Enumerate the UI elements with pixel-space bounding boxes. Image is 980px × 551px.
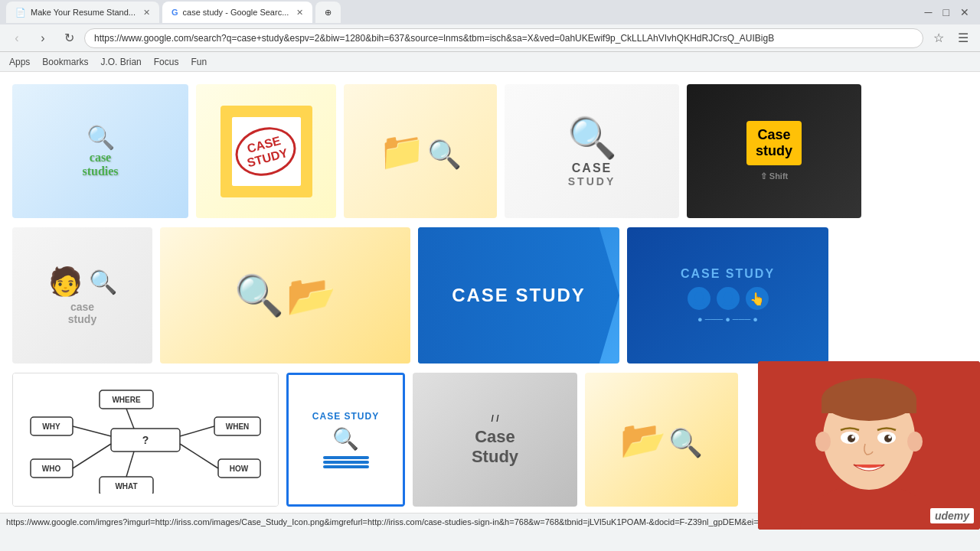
title-bar: 📄 Make Your Resume Stand... ✕ G case stu… [0,0,980,24]
address-bar[interactable]: https://www.google.com/search?q=case+stu… [84,28,923,48]
bookmark-apps[interactable]: Apps [9,57,30,67]
tab-3[interactable]: ⊕ [315,2,341,23]
bookmark-bookmarks[interactable]: Bookmarks [42,57,88,67]
webcam-overlay: udemy [758,361,980,530]
image-cell-r1i5[interactable]: Casestudy ⇧ Shift [687,84,861,218]
page-content: 🔍 casestudies CASESTUDY 📁 [0,72,980,530]
maximize-button[interactable]: □ [939,5,954,20]
image-cell-r2i2[interactable]: 🔍 📂 [160,227,410,364]
back-button[interactable]: ‹ [6,28,28,49]
svg-line-4 [126,409,134,429]
svg-text:?: ? [142,434,149,446]
tab-2[interactable]: G case study - Google Searc... ✕ [162,2,312,23]
nav-icons: ☆ ☰ [928,28,974,49]
svg-line-16 [180,444,218,468]
tab-1[interactable]: 📄 Make Your Resume Stand... ✕ [6,2,159,23]
svg-line-7 [73,426,111,436]
tab-1-close[interactable]: ✕ [143,8,150,18]
svg-line-13 [73,444,111,468]
svg-text:WHEN: WHEN [226,422,250,431]
image-cell-r2i4[interactable]: CASE STUDY 👤 👤 👆 ● ─── ● ─── ● [627,227,828,364]
svg-text:WHO: WHO [42,465,61,473]
minimize-button[interactable]: ─ [920,5,937,20]
svg-point-32 [851,435,854,439]
svg-text:WHY: WHY [42,422,60,431]
webcam-face: udemy [758,361,980,530]
image-cell-r3i3[interactable]: / / CaseStudy [413,373,577,507]
bookmark-fun[interactable]: Fun [191,57,207,67]
image-cell-r3i4[interactable]: 📂 🔍 [585,373,738,507]
svg-text:WHAT: WHAT [115,482,137,491]
window-controls: ─ □ ✕ [920,5,974,20]
svg-line-19 [126,452,134,477]
svg-point-27 [907,432,923,452]
image-row-2: 🧑 🔍 casestudy 🔍 📂 CASE STUDY [12,227,968,364]
bookmarks-bar: Apps Bookmarks J.O. Brian Focus Fun [0,52,980,72]
svg-text:HOW: HOW [230,465,249,473]
status-text: https://www.google.com/imgres?imgurl=htt… [6,517,805,527]
svg-point-33 [888,435,891,439]
svg-point-26 [815,432,831,452]
image-row-1: 🔍 casestudies CASESTUDY 📁 [12,84,968,218]
svg-line-10 [180,426,214,436]
svg-rect-25 [822,398,916,413]
image-cell-r1i3[interactable]: 📁 🔍 [344,84,497,218]
close-button[interactable]: ✕ [956,5,974,20]
image-cell-r1i1[interactable]: 🔍 casestudies [12,84,188,218]
forward-button[interactable]: › [32,28,54,49]
reload-button[interactable]: ↻ [58,28,80,49]
svg-point-31 [884,435,892,442]
bookmark-jo-brian[interactable]: J.O. Brian [100,57,141,67]
browser-chrome: 📄 Make Your Resume Stand... ✕ G case stu… [0,0,980,72]
image-cell-r3i2[interactable]: CASE STUDY 🔍 768 × 768 - iriss.com [286,373,405,507]
udemy-logo: udemy [930,508,974,523]
bookmark-star[interactable]: ☆ [928,28,949,49]
tab-2-close[interactable]: ✕ [296,8,303,18]
image-cell-r3i1[interactable]: ? WHERE WHY WHEN WHO [12,373,279,507]
svg-point-30 [848,435,855,442]
image-cell-r1i2[interactable]: CASESTUDY [196,84,336,218]
image-cell-r1i4[interactable]: 🔍 CASE STUDY [505,84,679,218]
nav-bar: ‹ › ↻ https://www.google.com/search?q=ca… [0,24,980,52]
image-cell-r2i1[interactable]: 🧑 🔍 casestudy [12,227,152,364]
svg-text:WHERE: WHERE [112,396,141,404]
bookmark-focus[interactable]: Focus [154,57,179,67]
nav-settings[interactable]: ☰ [952,28,974,49]
image-cell-r2i3[interactable]: CASE STUDY [418,227,619,364]
